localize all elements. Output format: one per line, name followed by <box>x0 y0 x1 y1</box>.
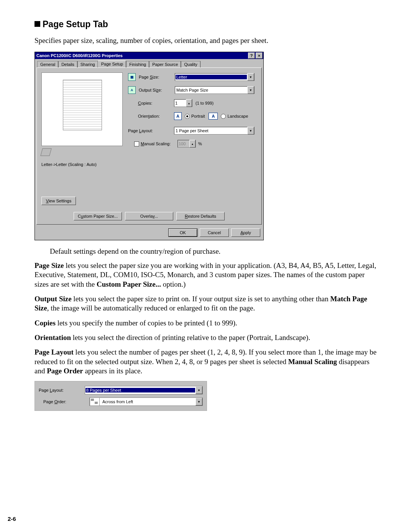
heading-text: Page Setup Tab <box>43 19 108 29</box>
dialog-titlebar: Canon PC1200/iC D600/iR1200G Properties … <box>35 52 263 59</box>
manual-scaling-checkbox[interactable] <box>134 141 139 146</box>
copies-range: (1 to 999) <box>196 101 214 105</box>
orientation-landscape-icon: A <box>209 113 218 120</box>
tab-general[interactable]: General <box>37 61 58 68</box>
spinner-arrows-icon: ▴ <box>189 140 196 148</box>
copies-input[interactable] <box>174 101 186 105</box>
chevron-down-icon[interactable]: ▼ <box>247 73 254 81</box>
landscape-label: Landscape <box>227 114 248 118</box>
tab-body: Letter->Letter (Scaling : Auto) View Set… <box>36 67 262 225</box>
page-layout-value: 1 Page per Sheet <box>174 128 247 133</box>
printer-tray-icon <box>40 148 51 156</box>
page-size-label: Page Size: <box>139 75 175 79</box>
output-size-label: Output Size: <box>139 88 175 92</box>
page-size-paragraph: Page Size lets you select the paper size… <box>34 261 380 289</box>
help-button[interactable]: ? <box>248 53 255 59</box>
portrait-label: Portrait <box>191 114 205 118</box>
page-layout-order-screenshot: Page Layout: 8 Pages per Sheet ▼ Page Or… <box>34 381 207 411</box>
section-heading: Page Setup Tab <box>34 19 380 30</box>
spinner-arrows-icon[interactable]: ▴ <box>186 99 192 107</box>
page-size-value: Letter <box>176 75 247 79</box>
chevron-down-icon[interactable]: ▼ <box>247 127 254 135</box>
tab-paper-source[interactable]: Paper Source <box>149 61 181 68</box>
properties-dialog-screenshot: Canon PC1200/iC D600/iR1200G Properties … <box>34 52 380 240</box>
page-size-combo[interactable]: Letter ▼ <box>175 73 255 81</box>
mini-page-layout-combo[interactable]: 8 Pages per Sheet ▼ <box>85 386 203 394</box>
radio-portrait[interactable] <box>185 114 190 119</box>
dialog-title: Canon PC1200/iC D600/iR1200G Properties <box>36 53 123 58</box>
chevron-down-icon[interactable]: ▼ <box>196 386 202 394</box>
manual-scaling-input <box>178 141 189 146</box>
mini-page-order-value: Across from Left <box>101 399 196 404</box>
orientation-portrait-icon: A <box>174 112 182 120</box>
output-size-icon: A <box>128 86 136 94</box>
page-layout-label: Page Layout: <box>128 128 174 133</box>
restore-defaults-button[interactable]: Restore Defaults <box>176 212 225 220</box>
tab-sharing[interactable]: Sharing <box>77 61 98 68</box>
copies-paragraph: Copies lets you specify the number of co… <box>34 319 380 328</box>
orientation-paragraph: Orientation lets you select the directio… <box>34 333 380 342</box>
dialog-action-row: OK Cancel Apply <box>35 226 263 240</box>
view-settings-button[interactable]: View Settings <box>41 197 76 205</box>
tab-details[interactable]: Details <box>58 61 77 68</box>
mini-page-order-label: Page Order: <box>39 399 89 404</box>
tab-quality[interactable]: Quality <box>181 61 200 68</box>
copies-spinner[interactable]: ▴ <box>174 99 192 107</box>
ok-button[interactable]: OK <box>168 228 197 237</box>
radio-landscape[interactable] <box>221 114 226 119</box>
default-settings-note: Default settings depend on the country/r… <box>50 247 380 256</box>
mini-page-layout-value: 8 Pages per Sheet <box>85 388 195 392</box>
mini-page-order-combo[interactable]: Across from Left ▼ <box>89 397 203 406</box>
apply-button[interactable]: Apply <box>231 228 260 237</box>
intro-text: Specifies paper size, scaling, number of… <box>34 36 380 45</box>
page-preview-page-icon <box>63 80 102 130</box>
output-size-value: Match Page Size <box>175 88 247 92</box>
page-layout-paragraph: Page Layout lets you select the number o… <box>34 348 380 376</box>
properties-dialog: Canon PC1200/iC D600/iR1200G Properties … <box>34 52 264 240</box>
tab-page-setup[interactable]: Page Setup <box>98 61 127 67</box>
manual-scaling-spinner: ▴ <box>177 140 196 148</box>
custom-paper-size-button[interactable]: Custom Paper Size... <box>74 212 122 220</box>
cancel-button[interactable]: Cancel <box>200 228 229 237</box>
mini-page-layout-label: Page Layout: <box>39 388 85 392</box>
close-button[interactable]: × <box>256 53 263 59</box>
tab-strip: General Details Sharing Page Setup Finis… <box>35 59 263 67</box>
output-size-paragraph: Output Size lets you select the paper si… <box>34 294 380 313</box>
manual-scaling-label: Manual Scaling: <box>141 141 177 146</box>
overlay-button[interactable]: Overlay... <box>125 212 173 220</box>
output-size-combo[interactable]: Match Page Size ▼ <box>175 86 255 94</box>
heading-bullet-icon <box>34 21 40 27</box>
chevron-down-icon[interactable]: ▼ <box>247 86 254 94</box>
orientation-label: Orientation: <box>138 114 174 118</box>
scaling-text: Letter->Letter (Scaling : Auto) <box>41 162 97 167</box>
chevron-down-icon[interactable]: ▼ <box>196 398 202 406</box>
page-size-icon: ▦ <box>128 73 136 81</box>
page-layout-combo[interactable]: 1 Page per Sheet ▼ <box>174 127 255 135</box>
percent-label: % <box>198 141 202 146</box>
tab-finishing[interactable]: Finishing <box>126 61 149 68</box>
page-order-icon <box>90 397 100 406</box>
copies-label: Copies: <box>138 101 174 105</box>
page-preview <box>41 72 123 146</box>
